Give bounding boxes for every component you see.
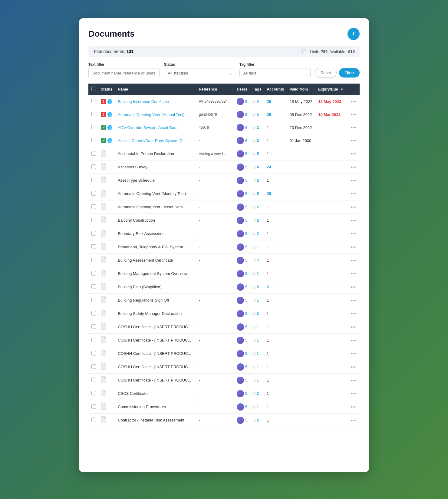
document-name-link[interactable]: Building Insurance Certificate: [118, 99, 169, 104]
row-checkbox[interactable]: [91, 244, 96, 249]
tags-cell: ◇ 1: [253, 325, 262, 329]
more-dot: [353, 420, 354, 421]
more-actions-button[interactable]: [350, 219, 357, 222]
more-actions-button[interactable]: [350, 139, 357, 142]
row-checkbox[interactable]: [91, 178, 96, 182]
row-checkbox[interactable]: [91, 191, 96, 196]
reference-cell: -: [196, 400, 235, 414]
table-row: Accountable Person DeclarationAdding a v…: [88, 147, 360, 160]
more-actions-button[interactable]: [350, 406, 357, 408]
more-actions-button[interactable]: [350, 113, 357, 116]
tag-count: 5: [257, 152, 259, 156]
more-dot: [353, 366, 354, 368]
document-name-link[interactable]: Automatic Opening Vent (Annual Test): [118, 112, 184, 117]
row-checkbox[interactable]: [91, 204, 96, 209]
text-filter-input[interactable]: [88, 68, 160, 78]
more-actions-button[interactable]: [350, 419, 357, 421]
more-actions-button[interactable]: [350, 366, 357, 368]
document-name-link[interactable]: Access Control/Door Entry System O...: [118, 138, 186, 143]
row-checkbox[interactable]: [91, 271, 96, 276]
more-actions-button[interactable]: [350, 379, 357, 382]
reference-cell: -: [196, 160, 235, 174]
doc-file-icon: [101, 153, 106, 157]
more-actions-button[interactable]: [350, 259, 357, 262]
more-actions-button[interactable]: [350, 166, 357, 168]
text-filter-label: Text filter: [88, 62, 160, 67]
row-checkbox[interactable]: [91, 99, 96, 103]
users-cell: 5: [237, 98, 248, 105]
expiry-header[interactable]: Expiry/Due ▼: [316, 84, 347, 95]
tag-icon: ◇: [253, 298, 256, 302]
avatar: [237, 403, 244, 411]
document-name: Building Regulations Sign Off: [118, 298, 169, 302]
tag-filter-select[interactable]: All tags: [239, 68, 311, 78]
status-filter-select[interactable]: All statuses: [164, 68, 235, 78]
more-actions-button[interactable]: [350, 100, 357, 103]
tag-filter-group: Tag filter All tags: [239, 62, 311, 78]
add-document-button[interactable]: +: [348, 28, 360, 40]
row-checkbox[interactable]: [91, 364, 96, 369]
valid-from-cell: [287, 307, 316, 320]
select-all-checkbox[interactable]: [91, 87, 96, 91]
avatar: [237, 203, 244, 211]
more-dot: [351, 380, 352, 381]
valid-from-header[interactable]: Valid from: [287, 84, 316, 95]
tag-icon: ◇: [253, 285, 256, 289]
more-dot: [353, 153, 354, 154]
reset-button[interactable]: Reset: [315, 68, 337, 78]
row-checkbox[interactable]: [91, 324, 96, 329]
document-name-link[interactable]: AOV Override Switch - Asset Data: [118, 125, 177, 130]
more-dot: [354, 233, 356, 234]
expiry-cell: 10 Mar 2023: [316, 108, 347, 121]
more-actions-button[interactable]: [350, 299, 357, 302]
row-checkbox[interactable]: [91, 218, 96, 222]
checkbox-header[interactable]: [88, 84, 98, 95]
text-filter-group: Text filter: [88, 62, 160, 78]
table-row: Building Regulations Sign Off- 5 ◇ 1 1: [88, 294, 360, 307]
more-actions-button[interactable]: [350, 312, 357, 315]
valid-from-cell: [287, 254, 316, 267]
user-count: 5: [245, 258, 247, 263]
valid-from-cell: [287, 374, 316, 387]
more-actions-button[interactable]: [350, 206, 357, 208]
more-actions-button[interactable]: [350, 352, 357, 355]
more-actions-button[interactable]: [350, 153, 357, 155]
row-checkbox[interactable]: [91, 404, 96, 409]
more-actions-button[interactable]: [350, 179, 357, 182]
more-actions-button[interactable]: [350, 233, 357, 235]
more-actions-button[interactable]: [350, 126, 357, 129]
row-checkbox[interactable]: [91, 231, 96, 236]
row-checkbox[interactable]: [91, 418, 96, 422]
row-checkbox[interactable]: [91, 378, 96, 382]
row-checkbox[interactable]: [91, 258, 96, 262]
expiry-cell: [316, 174, 347, 187]
tag-count: 5: [257, 285, 259, 289]
row-checkbox[interactable]: [91, 125, 96, 129]
more-actions-button[interactable]: [350, 392, 357, 395]
filter-button[interactable]: Filter: [339, 68, 360, 78]
document-name: Accountable Person Declaration: [118, 151, 174, 156]
more-actions-button[interactable]: [350, 273, 357, 275]
row-checkbox[interactable]: [91, 351, 96, 355]
row-checkbox[interactable]: [91, 284, 96, 289]
status-header[interactable]: Status: [98, 84, 115, 95]
tags-header: Tags: [250, 84, 264, 95]
row-checkbox[interactable]: [91, 338, 96, 342]
avatar: [237, 350, 244, 357]
users-cell: 5: [237, 111, 248, 118]
name-header[interactable]: Name: [115, 84, 196, 95]
row-checkbox[interactable]: [91, 151, 96, 156]
more-actions-button[interactable]: [350, 286, 357, 288]
more-actions-button[interactable]: [350, 246, 357, 248]
row-checkbox[interactable]: [91, 298, 96, 302]
row-checkbox[interactable]: [91, 164, 96, 169]
more-actions-button[interactable]: [350, 326, 357, 328]
tag-count: 2: [257, 218, 259, 223]
row-checkbox[interactable]: [91, 112, 96, 116]
row-checkbox[interactable]: [91, 391, 96, 395]
row-checkbox[interactable]: [91, 311, 96, 316]
row-checkbox[interactable]: [91, 138, 96, 142]
more-actions-button[interactable]: [350, 339, 357, 342]
more-actions-button[interactable]: [350, 193, 357, 195]
reference-cell: -: [196, 214, 235, 227]
